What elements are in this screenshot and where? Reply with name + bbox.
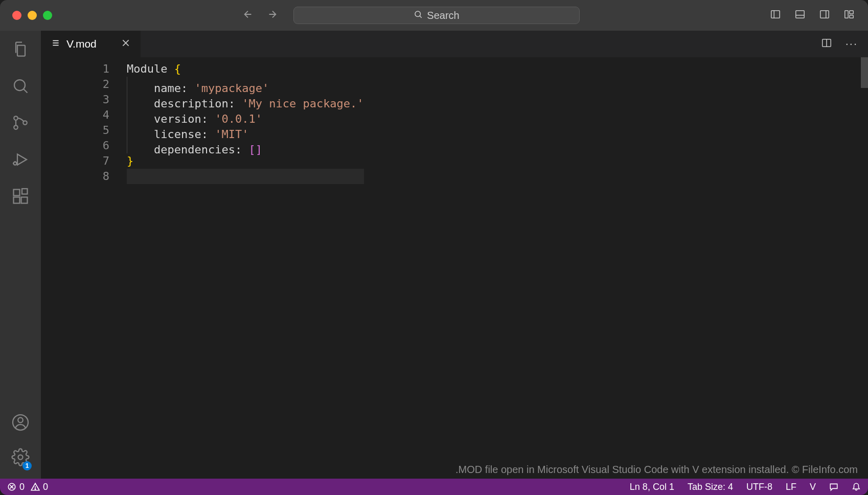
- line-number: 2: [41, 77, 127, 92]
- run-debug-icon[interactable]: [11, 150, 30, 171]
- status-language[interactable]: V: [810, 482, 816, 492]
- settings-badge: 1: [22, 461, 32, 470]
- source-control-icon[interactable]: [11, 114, 30, 134]
- svg-point-11: [14, 116, 18, 120]
- title-right-icons: [770, 9, 855, 22]
- svg-point-21: [18, 455, 23, 460]
- line-number: 7: [41, 153, 127, 169]
- tab-actions: ···: [821, 31, 868, 57]
- search-placeholder: Search: [427, 10, 459, 21]
- nav-arrows: [242, 9, 278, 22]
- command-center-search[interactable]: Search: [293, 7, 580, 24]
- maximize-window-button[interactable]: [43, 11, 52, 20]
- line-number: 3: [41, 92, 127, 107]
- line-number: 1: [41, 61, 127, 77]
- extensions-icon[interactable]: [11, 187, 30, 208]
- line-number: 5: [41, 123, 127, 138]
- activity-bar: 1: [0, 31, 41, 479]
- code-line[interactable]: description: 'My nice package.': [127, 92, 364, 107]
- svg-rect-8: [850, 11, 853, 14]
- line-number: 8: [41, 169, 127, 184]
- close-window-button[interactable]: [12, 11, 21, 20]
- svg-rect-18: [22, 189, 28, 194]
- back-button[interactable]: [242, 9, 254, 22]
- status-tab-size[interactable]: Tab Size: 4: [688, 482, 733, 492]
- titlebar: Search: [0, 0, 868, 31]
- svg-rect-1: [771, 11, 780, 18]
- svg-rect-7: [845, 11, 848, 18]
- accounts-icon[interactable]: [11, 413, 30, 434]
- feedback-icon[interactable]: [829, 482, 838, 491]
- line-number-gutter: 1 2 3 4 5 6 7 8: [41, 57, 127, 479]
- code-content[interactable]: Module { name: 'mypackage' description: …: [127, 57, 364, 479]
- svg-rect-9: [850, 15, 853, 18]
- code-line[interactable]: [127, 169, 364, 184]
- svg-point-13: [23, 121, 27, 125]
- close-tab-button[interactable]: [121, 38, 130, 50]
- svg-rect-16: [14, 197, 20, 204]
- search-icon: [414, 10, 423, 21]
- toggle-secondary-sidebar-icon[interactable]: [819, 9, 830, 22]
- svg-point-0: [415, 11, 421, 17]
- explorer-icon[interactable]: [11, 40, 30, 60]
- status-encoding[interactable]: UTF-8: [746, 482, 772, 492]
- error-count: 0: [19, 482, 25, 492]
- notifications-bell-icon[interactable]: [852, 482, 861, 491]
- scrollbar-thumb[interactable]: [861, 57, 868, 88]
- code-line[interactable]: }: [127, 153, 364, 169]
- svg-point-33: [35, 489, 36, 490]
- token-keyword: Module: [127, 62, 167, 75]
- line-number: 4: [41, 107, 127, 123]
- status-warnings[interactable]: 0: [31, 482, 48, 492]
- window-controls: [12, 11, 52, 20]
- code-line[interactable]: name: 'mypackage': [127, 77, 364, 92]
- status-errors[interactable]: 0: [7, 482, 25, 492]
- token-brace: {: [174, 62, 181, 75]
- caption: .MOD file open in Microsoft Visual Studi…: [41, 461, 868, 479]
- toggle-panel-icon[interactable]: [794, 9, 806, 22]
- status-eol[interactable]: LF: [786, 482, 796, 492]
- svg-rect-15: [14, 190, 20, 196]
- code-line[interactable]: dependencies: []: [127, 138, 364, 153]
- code-line[interactable]: version: '0.0.1': [127, 107, 364, 123]
- tab-filename: V.mod: [66, 38, 97, 50]
- line-number: 6: [41, 138, 127, 153]
- split-editor-icon[interactable]: [821, 37, 832, 51]
- toggle-primary-sidebar-icon[interactable]: [770, 9, 781, 22]
- workbench: 1 V.mod ··· 1: [0, 31, 868, 479]
- more-actions-button[interactable]: ···: [846, 37, 858, 51]
- svg-rect-3: [796, 11, 805, 18]
- editor-area: V.mod ··· 1 2 3 4 5 6 7 8: [41, 31, 868, 479]
- code-line[interactable]: license: 'MIT': [127, 123, 364, 138]
- code-editor[interactable]: 1 2 3 4 5 6 7 8 Module { name: 'mypackag…: [41, 57, 868, 479]
- code-line[interactable]: Module {: [127, 61, 364, 77]
- status-cursor-position[interactable]: Ln 8, Col 1: [630, 482, 674, 492]
- search-activity-icon[interactable]: [11, 77, 30, 97]
- svg-rect-17: [21, 197, 28, 204]
- tab-bar: V.mod ···: [41, 31, 868, 57]
- settings-gear-icon[interactable]: 1: [11, 448, 30, 468]
- token-brace: }: [127, 154, 133, 167]
- file-icon: [51, 38, 60, 50]
- scrollbar[interactable]: [861, 57, 868, 479]
- svg-rect-5: [820, 11, 829, 18]
- warning-count: 0: [43, 482, 48, 492]
- tab-vmod[interactable]: V.mod: [41, 31, 141, 57]
- svg-point-12: [14, 125, 18, 129]
- customize-layout-icon[interactable]: [843, 9, 855, 22]
- svg-point-20: [18, 418, 23, 423]
- forward-button[interactable]: [267, 9, 278, 22]
- status-bar: 0 0 Ln 8, Col 1 Tab Size: 4 UTF-8 LF V: [0, 479, 868, 495]
- svg-point-14: [14, 162, 17, 165]
- svg-point-10: [14, 80, 25, 91]
- minimize-window-button[interactable]: [28, 11, 37, 20]
